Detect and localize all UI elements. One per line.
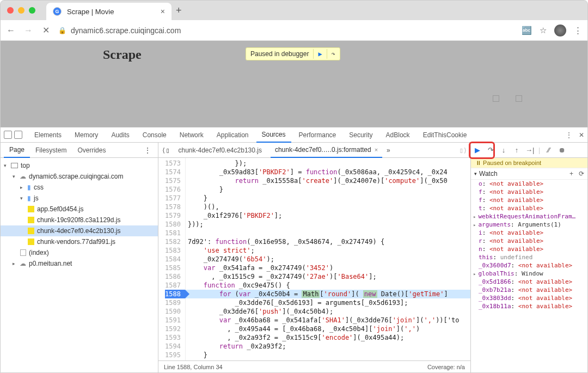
navigator-tab-page[interactable]: Page	[4, 143, 30, 158]
tab-sources[interactable]: Sources	[256, 127, 291, 143]
watch-item[interactable]: f: <not available>	[471, 196, 587, 204]
tree-file-index[interactable]: (index)	[1, 247, 158, 258]
inspect-icon[interactable]	[4, 131, 12, 139]
stop-reload-button[interactable]: ✕	[41, 25, 51, 35]
watch-item[interactable]: _0xb7b21a: <not available>	[471, 286, 587, 294]
menu-icon[interactable]: ⋮	[574, 26, 582, 35]
watch-item[interactable]: _0x3803dd: <not available>	[471, 294, 587, 302]
watch-item[interactable]: f: <not available>	[471, 188, 587, 196]
tab-performance[interactable]: Performance	[293, 127, 342, 143]
step-into-button[interactable]: ↓	[499, 146, 508, 154]
source-editor[interactable]: 1573157415751576157715781579158015811582…	[158, 158, 470, 360]
placeholder-squares	[493, 95, 522, 102]
tab-console[interactable]: Console	[137, 127, 172, 143]
paused-reason: ⏸ Paused on breakpoint	[471, 158, 587, 168]
overlay-resume-button[interactable]: ▶	[313, 49, 326, 59]
coverage-status: Coverage: n/a	[427, 364, 465, 370]
pause-exceptions-button[interactable]: ⏺	[558, 146, 566, 154]
tree-file-js-selected[interactable]: chunk-4dec7ef0.e4c2b130.js	[1, 225, 158, 236]
code-area[interactable]: }); _0x59ad83['PBKDF2'] = function(_0x50…	[186, 158, 470, 360]
step-button[interactable]: →|	[525, 146, 534, 154]
back-button[interactable]: ←	[6, 26, 16, 35]
next-file-icon[interactable]: ▯⟩	[460, 146, 467, 154]
watch-item[interactable]: n: <not available>	[471, 245, 587, 253]
watch-list[interactable]: o: <not available>f: <not available>f: <…	[471, 180, 587, 372]
page-heading: Scrape	[103, 47, 142, 62]
watch-item[interactable]: t: <not available>	[471, 204, 587, 212]
debugger-toolbar: ▶ ↷ ↓ ↑ →| | ⁄⁄ ⏺	[471, 143, 587, 158]
maximize-window-button[interactable]	[29, 7, 35, 14]
tab-security[interactable]: Security	[344, 127, 378, 143]
address-bar: ← → ✕ 🔒 dynamic6.scrape.cuiqingcai.com 🔤…	[1, 20, 587, 41]
tree-file-js[interactable]: app.5ef0d454.js	[1, 204, 158, 215]
editor-tabs: ⟨▯ chunk-4dec7ef0.e4c2b130.js chunk-4dec…	[158, 143, 470, 158]
line-gutter[interactable]: 1573157415751576157715781579158015811582…	[158, 158, 186, 360]
more-tabs-icon[interactable]: »	[387, 146, 390, 154]
translate-icon[interactable]: 🔤	[522, 26, 532, 35]
navigator-pane: Page Filesystem Overrides ⋮ ▾top ▾☁dynam…	[1, 143, 158, 372]
devtools-close-icon[interactable]: ✕	[579, 131, 584, 139]
watch-item[interactable]: webkitRequestAnimationFram…	[471, 212, 587, 221]
tree-top-frame[interactable]: ▾top	[1, 160, 158, 171]
overlay-step-button[interactable]: ↷	[327, 49, 340, 59]
tab-editthiscookie[interactable]: EditThisCookie	[418, 127, 473, 143]
tree-folder-css[interactable]: ▸▮css	[1, 182, 158, 193]
step-over-button[interactable]: ↷	[486, 146, 495, 154]
new-tab-button[interactable]: +	[176, 5, 182, 16]
add-watch-icon[interactable]: +	[569, 170, 573, 178]
browser-tab[interactable]: G Scrape | Movie ×	[46, 3, 171, 20]
placeholder-box	[493, 95, 499, 102]
devtools-panel: Elements Memory Audits Console Network A…	[1, 127, 587, 372]
tab-memory[interactable]: Memory	[69, 127, 103, 143]
navigator-tab-filesystem[interactable]: Filesystem	[30, 143, 72, 158]
watch-item[interactable]: _0x5d1866: <not available>	[471, 278, 587, 286]
deactivate-breakpoints-button[interactable]: ⁄⁄	[544, 146, 553, 154]
forward-button[interactable]: →	[23, 26, 33, 35]
step-out-button[interactable]: ↑	[512, 146, 521, 154]
tree-file-js[interactable]: chunk-vendors.77daf991.js	[1, 236, 158, 247]
prev-file-icon[interactable]: ⟨▯	[162, 146, 169, 154]
watch-header[interactable]: ▾ Watch + ⟳	[471, 168, 587, 180]
close-window-button[interactable]	[7, 7, 14, 14]
minimize-window-button[interactable]	[18, 7, 24, 14]
watch-item[interactable]: this: undefined	[471, 253, 587, 261]
tab-application[interactable]: Application	[211, 127, 254, 143]
page-viewport: Scrape Paused in debugger ▶ ↷	[1, 41, 587, 127]
profile-avatar[interactable]	[554, 25, 566, 36]
editor-tab[interactable]: chunk-4dec7ef0.e4c2b130.js	[174, 143, 266, 158]
watch-item[interactable]: _0x3600d7: <not available>	[471, 261, 587, 270]
bookmark-icon[interactable]: ☆	[540, 26, 547, 35]
paused-debugger-overlay: Paused in debugger ▶ ↷	[246, 47, 340, 60]
editor-statusbar: Line 1588, Column 34 Coverage: n/a	[158, 360, 470, 372]
resume-button[interactable]: ▶	[473, 146, 482, 154]
tree-file-js[interactable]: chunk-19c920f8.c3a1129d.js	[1, 215, 158, 225]
devtools-menu-icon[interactable]: ⋮	[566, 131, 572, 139]
tab-elements[interactable]: Elements	[29, 127, 67, 143]
close-tab-icon[interactable]: ×	[161, 7, 165, 16]
cursor-position: Line 1588, Column 34	[164, 364, 223, 370]
watch-item[interactable]: _0x18b11a: <not available>	[471, 302, 587, 310]
navigator-tab-overrides[interactable]: Overrides	[72, 143, 111, 158]
watch-item[interactable]: o: <not available>	[471, 180, 587, 188]
navigator-more-icon[interactable]: ⋮	[144, 146, 155, 155]
refresh-watch-icon[interactable]: ⟳	[579, 170, 584, 178]
tab-audits[interactable]: Audits	[106, 127, 134, 143]
tab-network[interactable]: Network	[174, 127, 209, 143]
watch-item[interactable]: i: <not available>	[471, 229, 587, 237]
editor-tab-active[interactable]: chunk-4dec7ef0.….0.js:formatted×	[271, 143, 382, 158]
watch-item[interactable]: r: <not available>	[471, 237, 587, 245]
url-field[interactable]: 🔒 dynamic6.scrape.cuiqingcai.com	[58, 26, 514, 35]
file-tree[interactable]: ▾top ▾☁dynamic6.scrape.cuiqingcai.com ▸▮…	[1, 158, 158, 372]
devtools-tablist: Elements Memory Audits Console Network A…	[1, 127, 587, 143]
window-titlebar: G Scrape | Movie × +	[1, 1, 587, 20]
tree-domain-other[interactable]: ▸☁p0.meituan.net	[1, 258, 158, 269]
device-icon[interactable]	[14, 131, 22, 139]
watch-item[interactable]: arguments: Arguments(1)	[471, 221, 587, 229]
close-editor-tab-icon[interactable]: ×	[375, 146, 378, 153]
watch-item[interactable]: globalThis: Window	[471, 270, 587, 278]
lock-icon: 🔒	[58, 27, 66, 34]
tree-folder-js[interactable]: ▾▮js	[1, 193, 158, 204]
watch-title: Watch	[479, 170, 498, 178]
tree-domain[interactable]: ▾☁dynamic6.scrape.cuiqingcai.com	[1, 171, 158, 182]
tab-adblock[interactable]: AdBlock	[381, 127, 415, 143]
